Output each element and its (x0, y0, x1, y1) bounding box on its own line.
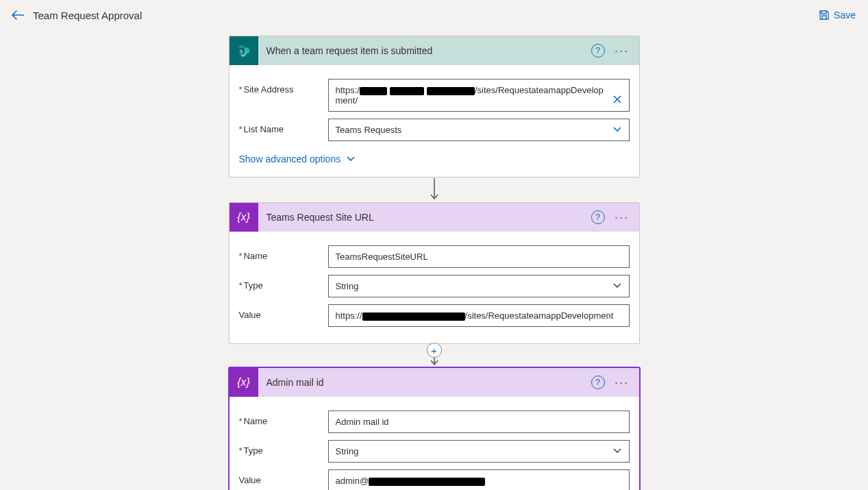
variable-card-header[interactable]: {x} Admin mail id ? ··· (230, 368, 639, 397)
var-value-label: Value (239, 304, 328, 320)
variable-icon: {x} (230, 203, 258, 232)
var-type-label: *Type (239, 275, 328, 291)
variable-card-title: Teams Request Site URL (266, 212, 583, 223)
variable-card-admin-mail[interactable]: {x} Admin mail id ? ··· *Name Admin mail… (229, 367, 640, 490)
flow-arrow (229, 177, 640, 202)
chevron-down-icon (612, 125, 622, 135)
var-type-select[interactable]: String (328, 275, 630, 297)
back-button[interactable] (11, 8, 25, 22)
more-icon[interactable]: ··· (613, 44, 631, 58)
chevron-down-icon (612, 281, 622, 291)
chevron-down-icon (346, 156, 356, 162)
svg-text:S: S (239, 49, 243, 55)
save-icon (819, 10, 830, 21)
add-step-button[interactable]: + (427, 343, 442, 358)
help-icon[interactable]: ? (591, 44, 605, 58)
list-name-select[interactable]: Teams Requests (328, 119, 630, 141)
help-icon[interactable]: ? (591, 210, 605, 224)
more-icon[interactable]: ··· (613, 210, 631, 225)
site-address-label: *Site Address (239, 79, 328, 95)
variable-card-title: Admin mail id (266, 377, 583, 388)
var-name-input[interactable]: Admin mail id (328, 411, 630, 433)
var-value-input[interactable]: admin@ (328, 469, 630, 490)
trigger-card-title: When a team request item is submitted (266, 45, 583, 56)
var-name-label: *Name (239, 411, 328, 426)
var-type-label: *Type (239, 440, 328, 456)
chevron-down-icon (612, 446, 622, 456)
var-value-label: Value (239, 469, 328, 485)
variable-icon: {x} (230, 368, 258, 397)
show-advanced-options[interactable]: Show advanced options (239, 148, 630, 167)
var-value-input[interactable]: https:///sites/RequestateamappDevelopmen… (328, 304, 630, 327)
trigger-card-header[interactable]: S When a team request item is submitted … (230, 36, 639, 65)
var-type-select[interactable]: String (328, 440, 630, 463)
trigger-card[interactable]: S When a team request item is submitted … (229, 36, 640, 177)
clear-site-address-icon[interactable] (612, 95, 622, 107)
variable-card-site-url[interactable]: {x} Teams Request Site URL ? ··· *Name T… (229, 202, 640, 344)
list-name-label: *List Name (239, 119, 328, 134)
var-name-input[interactable]: TeamsRequestSiteURL (328, 245, 630, 268)
page-title: Team Request Approval (33, 10, 142, 21)
help-icon[interactable]: ? (591, 376, 605, 389)
save-label: Save (834, 10, 856, 21)
var-name-label: *Name (239, 245, 328, 261)
variable-card-header[interactable]: {x} Teams Request Site URL ? ··· (230, 203, 639, 232)
more-icon[interactable]: ··· (613, 376, 631, 390)
site-address-input[interactable]: https://sites/RequestateamappDevelopment… (328, 79, 630, 112)
save-button[interactable]: Save (819, 10, 856, 21)
sharepoint-icon: S (230, 36, 258, 65)
